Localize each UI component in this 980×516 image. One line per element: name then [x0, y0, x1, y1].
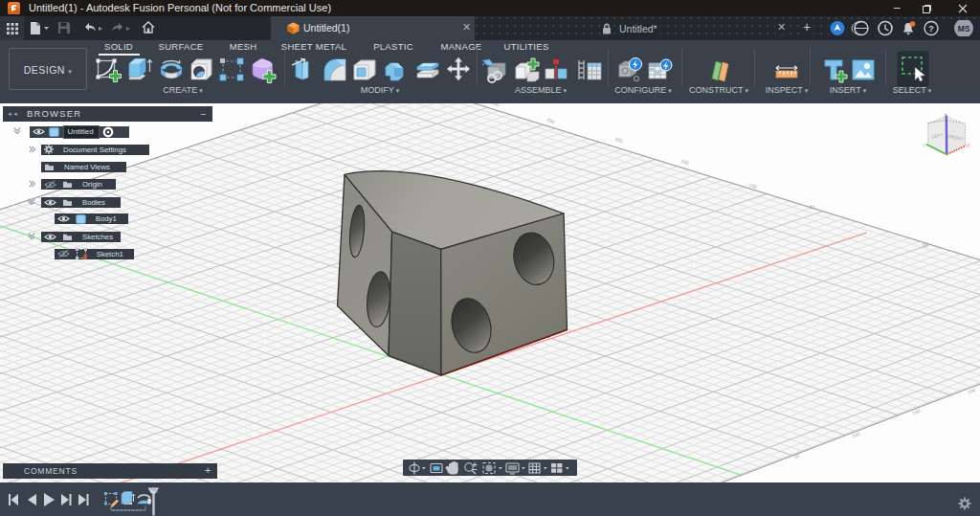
svg-text:MS: MS: [958, 24, 970, 34]
svg-text:?: ?: [928, 23, 934, 34]
svg-text:Z: Z: [944, 113, 947, 119]
